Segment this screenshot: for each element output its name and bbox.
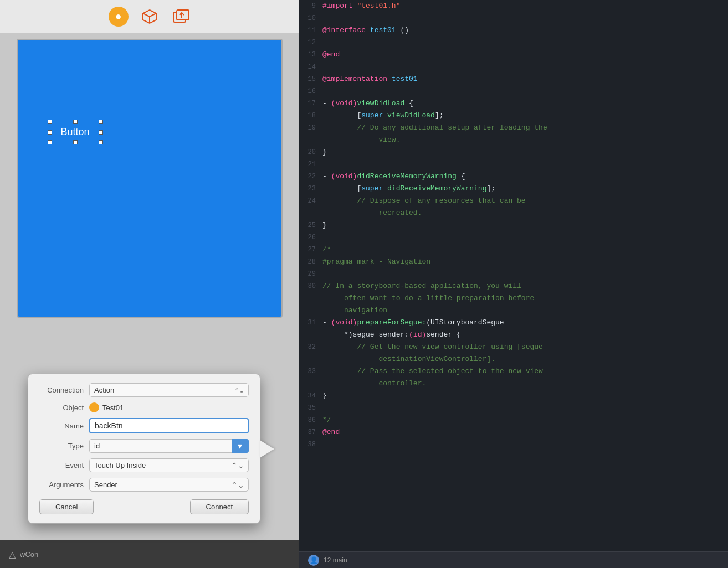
code-line: 27/* (299, 244, 728, 256)
toolbar-run-icon[interactable]: ● (109, 7, 129, 27)
code-line: 26 (299, 231, 728, 244)
toolbar-export-icon[interactable] (171, 7, 191, 27)
arguments-select-wrapper: Sender ⌃⌄ (89, 478, 249, 492)
line-number: 28 (299, 256, 322, 268)
object-control: Test01 (89, 402, 249, 412)
connection-row: Connection Action ⌃⌄ (39, 383, 249, 397)
line-content: } (322, 146, 728, 158)
line-number: 19 (299, 122, 322, 134)
code-line: 15@implementation test01 (299, 73, 728, 85)
svg-line-2 (150, 13, 156, 17)
line-content: #import "test01.h" (322, 0, 728, 12)
event-select[interactable]: Touch Up Inside (89, 458, 249, 472)
line-content: - (void)viewDidLoad { (322, 97, 728, 110)
line-number: 9 (299, 0, 322, 12)
left-panel: ● (0, 0, 299, 568)
storyboard-triangle-icon: △ (9, 549, 16, 560)
line-number: 38 (299, 438, 322, 451)
name-control (89, 418, 249, 433)
type-select[interactable]: id (89, 439, 249, 453)
line-number: 32 (299, 341, 322, 353)
line-number: 26 (299, 231, 322, 244)
line-number: 20 (299, 146, 322, 158)
connect-button[interactable]: Connect (190, 499, 249, 514)
line-content: [super didReceiveMemoryWarning]; (322, 183, 728, 195)
code-line: 29 (299, 268, 728, 280)
code-line: 16 (299, 85, 728, 97)
line-content: #pragma mark - Navigation (322, 256, 728, 268)
handle-tl (48, 120, 52, 124)
line-content: } (322, 219, 728, 231)
code-line: 25} (299, 219, 728, 231)
line-number: 16 (299, 85, 322, 97)
line-number: 24 (299, 195, 322, 207)
left-bottom-bar: △ wCon (0, 540, 299, 568)
code-line: 23 [super didReceiveMemoryWarning]; (299, 183, 728, 195)
arguments-select[interactable]: Sender (89, 478, 249, 492)
object-name: Test01 (102, 404, 124, 412)
line-content: - (void)prepareForSegue:(UIStoryboardSeg… (322, 317, 728, 341)
event-row: Event Touch Up Inside ⌃⌄ (39, 458, 249, 472)
line-number: 33 (299, 365, 322, 378)
code-line: 30// In a storyboard-based application, … (299, 280, 728, 317)
connection-label: Connection (39, 386, 89, 394)
ios-screen: Button (18, 40, 281, 317)
line-content: @interface test01 () (322, 24, 728, 37)
code-line: 33 // Pass the selected object to the ne… (299, 365, 728, 390)
line-number: 22 (299, 171, 322, 183)
svg-rect-5 (177, 10, 189, 20)
code-line: 37@end (299, 426, 728, 438)
connection-control: Action ⌃⌄ (89, 383, 249, 397)
object-label: Object (39, 404, 89, 412)
type-row: Type id ▾ (39, 439, 249, 453)
line-content: // In a storyboard-based application, yo… (322, 280, 728, 317)
code-line: 9#import "test01.h" (299, 0, 728, 12)
line-number: 35 (299, 402, 322, 414)
cancel-button[interactable]: Cancel (39, 499, 94, 514)
handle-mr (99, 130, 103, 135)
ui-button-widget[interactable]: Button (51, 123, 100, 141)
connection-select[interactable]: Action (89, 383, 249, 397)
toolbar-cube-icon[interactable] (140, 7, 160, 27)
code-line: 24 // Dispose of any resources that can … (299, 195, 728, 219)
name-input[interactable] (89, 418, 249, 433)
handle-br (99, 140, 103, 144)
code-line: 21 (299, 158, 728, 171)
code-editor: 9#import "test01.h"1011@interface test01… (299, 0, 728, 551)
line-content: */ (322, 414, 728, 426)
connection-dialog: Connection Action ⌃⌄ Object Test0 (28, 374, 260, 524)
line-content: @end (322, 426, 728, 438)
code-line: 38 (299, 438, 728, 451)
status-bar-left: 👤 12 main (308, 555, 347, 566)
event-label: Event (39, 461, 89, 469)
event-control: Touch Up Inside ⌃⌄ (89, 458, 249, 472)
code-line: 36*/ (299, 414, 728, 426)
branch-text: 12 main (324, 556, 347, 564)
handle-tr (99, 120, 103, 124)
line-number: 14 (299, 61, 322, 73)
dialog-buttons: Cancel Connect (39, 499, 249, 514)
status-bar: 👤 12 main (299, 551, 728, 568)
line-number: 21 (299, 158, 322, 171)
code-line: 14 (299, 61, 728, 73)
line-content: } (322, 390, 728, 402)
bottom-bar-text: wCon (20, 550, 38, 559)
line-content: @implementation test01 (322, 73, 728, 85)
code-line: 32 // Get the new view controller using … (299, 341, 728, 365)
line-number: 23 (299, 183, 322, 195)
line-number: 11 (299, 24, 322, 37)
svg-line-1 (143, 13, 150, 17)
line-number: 18 (299, 110, 322, 122)
ios-device: Button (17, 39, 283, 318)
line-content: /* (322, 244, 728, 256)
line-number: 36 (299, 414, 322, 426)
line-content: // Dispose of any resources that can be … (322, 195, 728, 219)
code-line: 17- (void)viewDidLoad { (299, 97, 728, 110)
code-line: 19 // Do any additional setup after load… (299, 122, 728, 146)
code-line: 35 (299, 402, 728, 414)
event-select-wrapper: Touch Up Inside ⌃⌄ (89, 458, 249, 472)
arguments-row: Arguments Sender ⌃⌄ (39, 478, 249, 492)
handle-bl (48, 140, 52, 144)
line-content: // Pass the selected object to the new v… (322, 365, 728, 390)
line-number: 29 (299, 268, 322, 280)
